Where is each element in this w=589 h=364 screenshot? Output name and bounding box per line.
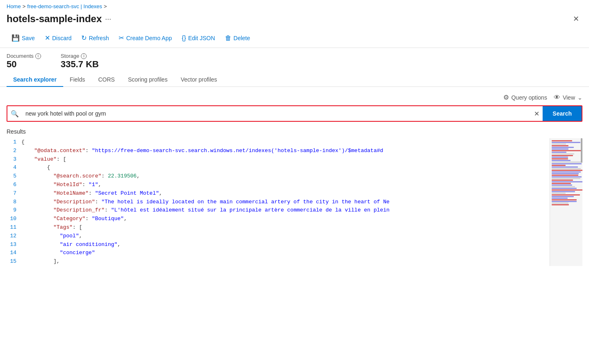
code-line: "pool", [21,232,550,241]
line-number: 8 [7,198,16,207]
tab-vector-profiles[interactable]: Vector profiles [174,73,224,87]
breadcrumb-service[interactable]: free-demo-search-svc | Indexes [27,3,102,9]
documents-value: 50 [7,59,41,70]
chevron-down-icon: ⌄ [578,94,582,101]
edit-json-icon: {} [182,34,186,42]
create-demo-app-button[interactable]: ✂ Create Demo App [114,32,176,44]
page-options-ellipsis[interactable]: ··· [105,15,111,23]
delete-button[interactable]: 🗑 Delete [220,32,255,44]
line-number: 14 [7,249,16,257]
save-button[interactable]: 💾 Save [7,32,40,44]
search-submit-button[interactable]: Search [543,106,582,121]
save-icon: 💾 [11,34,20,42]
page-title: hotels-sample-index [7,13,102,25]
create-demo-icon: ✂ [119,34,124,42]
page-header: hotels-sample-index ··· ✕ [0,11,589,28]
line-number: 7 [7,189,16,198]
code-block: 123456789101112131415 { "@odata.context"… [7,138,582,266]
results-area: Results 123456789101112131415 { "@odata.… [0,125,589,269]
tab-fields[interactable]: Fields [63,73,92,87]
breadcrumb-sep2: > [104,3,107,9]
breadcrumb: Home > free-demo-search-svc | Indexes > [0,0,589,11]
query-options-button[interactable]: ⚙ Query options [503,93,547,101]
line-number: 4 [7,164,16,172]
delete-icon: 🗑 [225,34,231,42]
line-number: 13 [7,241,16,249]
code-line: "air conditioning", [21,241,550,249]
code-line: "HotelName": "Secret Point Motel", [21,189,550,198]
storage-stat: Storage i 335.7 KB [61,53,99,70]
line-number: 15 [7,257,16,266]
breadcrumb-home[interactable]: Home [7,3,21,9]
line-number: 6 [7,181,16,189]
line-number: 9 [7,206,16,215]
view-button[interactable]: 👁 View ⌄ [554,94,582,101]
code-line: "value": [ [21,155,550,164]
storage-value: 335.7 KB [61,59,99,70]
results-label: Results [7,128,582,135]
documents-label: Documents [7,53,34,59]
line-number: 12 [7,232,16,241]
gear-icon: ⚙ [503,93,509,101]
code-line: "concierge" [21,249,550,257]
line-number: 2 [7,147,16,155]
search-box: 🔍 ✕ Search [7,105,582,122]
minimap-scrollbar[interactable] [581,138,582,163]
storage-label: Storage [61,53,80,59]
discard-button[interactable]: ✕ Discard [40,32,76,44]
tabs: Search explorerFieldsCORSScoring profile… [0,73,589,87]
code-line: "Description_fr": "L'hôtel est idéalemen… [21,206,550,215]
line-number: 1 [7,138,16,147]
documents-info-icon: i [35,53,41,59]
view-icon: 👁 [554,94,560,101]
documents-stat: Documents i 50 [7,53,41,70]
close-button[interactable]: ✕ [570,13,582,25]
edit-json-button[interactable]: {} Edit JSON [177,32,220,44]
tab-cors[interactable]: CORS [92,73,121,87]
tab-search-explorer[interactable]: Search explorer [7,73,63,87]
code-line: "Category": "Boutique", [21,215,550,223]
code-content: { "@odata.context": "https://free-demo-s… [21,138,550,266]
minimap [550,138,582,266]
discard-icon: ✕ [45,34,50,42]
breadcrumb-sep1: > [23,3,26,9]
minimap-content [550,138,582,207]
refresh-icon: ↻ [81,34,87,42]
line-number: 5 [7,172,16,181]
line-number: 10 [7,215,16,223]
refresh-button[interactable]: ↻ Refresh [76,32,114,44]
code-line: { [21,164,550,172]
line-number: 3 [7,155,16,164]
search-clear-button[interactable]: ✕ [531,106,543,121]
search-area: ⚙ Query options 👁 View ⌄ 🔍 ✕ Search [0,87,589,125]
search-input[interactable] [22,106,531,121]
line-numbers: 123456789101112131415 [7,138,21,266]
code-line: "HotelId": "1", [21,181,550,189]
code-line: "@odata.context": "https://free-demo-sea… [21,147,550,155]
tab-scoring-profiles[interactable]: Scoring profiles [121,73,174,87]
line-number: 11 [7,223,16,232]
code-line: { [21,138,550,147]
code-line: "@search.score": 22.319506, [21,172,550,181]
storage-info-icon: i [81,53,87,59]
toolbar: 💾 Save ✕ Discard ↻ Refresh ✂ Create Demo… [0,28,589,48]
code-line: "Tags": [ [21,223,550,232]
search-magnifier-icon: 🔍 [11,110,19,118]
code-line: ], [21,257,550,266]
code-line: "Description": "The hotel is ideally loc… [21,198,550,207]
stats-row: Documents i 50 Storage i 335.7 KB [0,48,589,73]
